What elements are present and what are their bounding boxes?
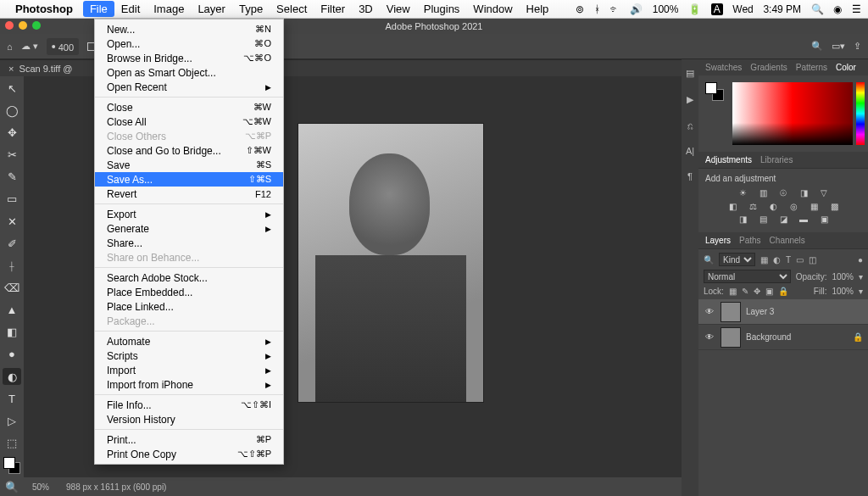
bw-icon[interactable]: ◐ xyxy=(766,202,780,211)
control-center-icon[interactable]: ☰ xyxy=(852,3,861,15)
tool-10[interactable]: ▲ xyxy=(3,302,21,319)
lock-pos-icon[interactable]: ✥ xyxy=(754,287,760,296)
kind-filter-icon[interactable]: 🔍 xyxy=(704,255,714,265)
cc-icon[interactable]: ⊚ xyxy=(576,3,584,15)
menu-item-search-adobe-stock[interactable]: Search Adobe Stock... xyxy=(95,270,283,285)
siri-icon[interactable]: ◉ xyxy=(833,3,842,15)
menu-item-scripts[interactable]: Scripts▶ xyxy=(95,348,283,363)
menu-window[interactable]: Window xyxy=(466,1,519,17)
filter-adj-icon[interactable]: ◐ xyxy=(773,255,781,265)
threshold-icon[interactable]: ◪ xyxy=(776,215,790,224)
tool-12[interactable]: ● xyxy=(3,346,21,363)
menu-item-place-linked[interactable]: Place Linked... xyxy=(95,299,283,314)
home-icon[interactable]: ⌂ xyxy=(7,42,13,52)
menu-item-print[interactable]: Print...⌘P xyxy=(95,432,283,447)
minimize-window-button[interactable] xyxy=(19,21,27,30)
workspace-icon[interactable]: ▭▾ xyxy=(832,41,845,52)
visibility-icon[interactable]: 👁 xyxy=(704,307,715,316)
menu-item-print-one-copy[interactable]: Print One Copy⌥⇧⌘P xyxy=(95,447,283,461)
tool-4[interactable]: ✎ xyxy=(3,169,21,186)
visibility-icon[interactable]: 👁 xyxy=(704,332,715,342)
lock-pixels-icon[interactable]: ✎ xyxy=(742,287,748,296)
menu-help[interactable]: Help xyxy=(520,1,556,17)
brightness-icon[interactable]: ☀ xyxy=(736,188,749,198)
tool-3[interactable]: ✂ xyxy=(3,146,21,163)
collapsed-panel-0[interactable]: ▤ xyxy=(686,68,694,79)
tool-preset-icon[interactable]: ☁ ▾ xyxy=(21,41,38,52)
menu-layer[interactable]: Layer xyxy=(191,1,232,17)
colorlookup-icon[interactable]: ▩ xyxy=(827,202,841,211)
tab-color[interactable]: Color xyxy=(836,63,856,72)
collapsed-panel-1[interactable]: ▶ xyxy=(687,94,693,105)
filter-shape-icon[interactable]: ▭ xyxy=(796,255,804,265)
menu-item-save[interactable]: Save⌘S xyxy=(95,158,283,172)
tool-14[interactable]: T xyxy=(3,390,21,407)
tab-patterns[interactable]: Patterns xyxy=(796,63,827,72)
tool-0[interactable]: ↖ xyxy=(3,80,21,97)
maximize-window-button[interactable] xyxy=(32,21,41,30)
tool-13[interactable]: ◐ xyxy=(3,368,21,385)
menu-item-place-embedded[interactable]: Place Embedded... xyxy=(95,285,283,299)
lock-all-icon[interactable]: 🔒 xyxy=(778,287,788,296)
tool-7[interactable]: ✐ xyxy=(3,235,21,252)
levels-icon[interactable]: ▥ xyxy=(756,188,770,198)
color-swatch[interactable] xyxy=(705,82,724,101)
tab-swatches[interactable]: Swatches xyxy=(705,63,742,72)
zoom-level[interactable]: 50% xyxy=(32,482,49,492)
tool-6[interactable]: ✕ xyxy=(3,213,21,230)
color-field[interactable] xyxy=(732,82,853,145)
filter-toggle-icon[interactable]: ● xyxy=(858,255,863,265)
filter-pixel-icon[interactable]: ▦ xyxy=(760,255,768,265)
opacity-value[interactable]: 100% xyxy=(832,272,854,281)
collapsed-panel-2[interactable]: ⎌ xyxy=(687,120,693,131)
menu-item-open-recent[interactable]: Open Recent▶ xyxy=(95,80,283,94)
filter-type-icon[interactable]: T xyxy=(786,255,791,265)
menu-item-revert[interactable]: RevertF12 xyxy=(95,187,283,201)
menu-item-open[interactable]: Open...⌘O xyxy=(95,36,283,51)
colorbalance-icon[interactable]: ⚖ xyxy=(746,202,760,211)
volume-icon[interactable]: 🔊 xyxy=(630,3,643,15)
hue-slider[interactable] xyxy=(856,82,865,145)
layer-row[interactable]: 👁Background🔒 xyxy=(698,325,868,350)
gradientmap-icon[interactable]: ▬ xyxy=(797,215,810,224)
exposure-adj-icon[interactable]: ◨ xyxy=(797,188,810,198)
foreground-background-swatch[interactable] xyxy=(3,457,20,474)
tool-15[interactable]: ▷ xyxy=(3,412,21,429)
menu-item-close-all[interactable]: Close All⌥⌘W xyxy=(95,114,283,129)
invert-icon[interactable]: ◨ xyxy=(736,215,749,224)
menu-view[interactable]: View xyxy=(380,1,417,17)
menu-image[interactable]: Image xyxy=(147,1,191,17)
menu-item-open-as-smart-object[interactable]: Open as Smart Object... xyxy=(95,65,283,80)
tool-9[interactable]: ⌫ xyxy=(3,279,21,296)
selectivecolor-icon[interactable]: ▣ xyxy=(817,215,831,224)
tab-paths[interactable]: Paths xyxy=(739,236,761,245)
menu-item-automate[interactable]: Automate▶ xyxy=(95,334,283,348)
menu-select[interactable]: Select xyxy=(270,1,314,17)
app-name[interactable]: Photoshop xyxy=(15,3,73,15)
spotlight-icon[interactable]: 🔍 xyxy=(811,3,824,15)
menu-item-version-history[interactable]: Version History xyxy=(95,412,283,426)
channelmixer-icon[interactable]: ▦ xyxy=(807,202,821,211)
kind-filter-select[interactable]: Kind xyxy=(719,253,755,266)
tool-18[interactable]: 🔍 xyxy=(3,479,21,496)
menu-plugins[interactable]: Plugins xyxy=(417,1,467,17)
layer-thumbnail[interactable] xyxy=(721,302,741,322)
tab-libraries[interactable]: Libraries xyxy=(760,155,793,164)
document-canvas[interactable] xyxy=(298,123,484,403)
menu-item-save-as[interactable]: Save As...⇧⌘S xyxy=(95,172,283,187)
menu-item-share[interactable]: Share... xyxy=(95,236,283,250)
menu-item-close[interactable]: Close⌘W xyxy=(95,100,283,114)
tool-16[interactable]: ⬚ xyxy=(3,435,21,452)
tool-8[interactable]: ⟊ xyxy=(3,257,21,274)
filter-smart-icon[interactable]: ◫ xyxy=(809,255,816,265)
tab-layers[interactable]: Layers xyxy=(705,236,731,245)
menu-file[interactable]: File xyxy=(83,1,114,17)
menu-item-close-and-go-to-bridge[interactable]: Close and Go to Bridge...⇧⌘W xyxy=(95,143,283,158)
tab-channels[interactable]: Channels xyxy=(770,236,805,245)
tool-5[interactable]: ▭ xyxy=(3,191,21,208)
menu-3d[interactable]: 3D xyxy=(352,1,380,17)
menu-item-export[interactable]: Export▶ xyxy=(95,207,283,221)
menu-item-import-from-iphone[interactable]: Import from iPhone▶ xyxy=(95,377,283,392)
document-dimensions[interactable]: 988 px x 1611 px (600 ppi) xyxy=(66,482,166,492)
blend-mode-select[interactable]: Normal xyxy=(704,270,791,283)
